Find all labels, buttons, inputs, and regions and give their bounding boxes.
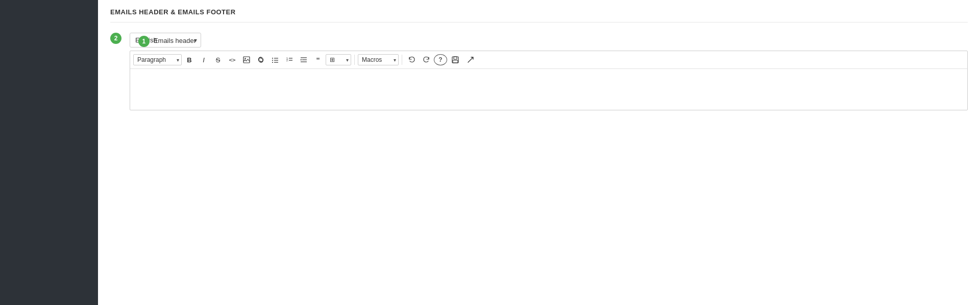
preview-button[interactable] xyxy=(463,53,478,66)
macros-select[interactable]: Macros xyxy=(358,54,399,65)
svg-rect-16 xyxy=(454,57,457,59)
emails-header-section: 2 English French Spanish German Paragrap… xyxy=(110,33,968,110)
paragraph-select-wrapper[interactable]: Paragraph Heading 1 Heading 2 xyxy=(133,54,182,65)
svg-rect-15 xyxy=(452,57,458,63)
svg-point-1 xyxy=(244,58,246,59)
ordered-list-button[interactable]: 1. 2. xyxy=(283,53,296,66)
header-toolbar: Paragraph Heading 1 Heading 2 B I S <> xyxy=(130,51,967,69)
svg-point-6 xyxy=(272,62,273,63)
table-select[interactable]: ⊞ xyxy=(326,54,351,65)
header-editor-container: Paragraph Heading 1 Heading 2 B I S <> xyxy=(130,51,968,110)
header-editor-body[interactable] xyxy=(130,69,967,110)
sidebar xyxy=(0,0,98,305)
header-editor-area: English French Spanish German Paragraph … xyxy=(130,33,968,110)
table-select-wrapper[interactable]: ⊞ xyxy=(326,54,351,65)
help-button[interactable]: ? xyxy=(434,54,447,65)
svg-point-4 xyxy=(272,60,273,61)
code-button[interactable]: <> xyxy=(226,53,239,66)
italic-button[interactable]: I xyxy=(197,53,210,66)
paragraph-select[interactable]: Paragraph Heading 1 Heading 2 xyxy=(133,54,182,65)
toolbar-divider-2 xyxy=(402,55,402,65)
undo-button[interactable] xyxy=(405,53,419,66)
strikethrough-button[interactable]: S xyxy=(211,53,225,66)
indent-button[interactable] xyxy=(297,53,310,66)
main-content: EMAILS HEADER & EMAILS FOOTER 2 English … xyxy=(98,0,980,305)
toolbar-divider-1 xyxy=(354,55,355,65)
macros-select-wrapper[interactable]: Macros xyxy=(358,54,399,65)
step-badge-2: 2 xyxy=(110,33,121,44)
redo-button[interactable] xyxy=(420,53,433,66)
svg-rect-17 xyxy=(453,60,458,63)
save-draft-button[interactable] xyxy=(448,53,462,66)
svg-text:2.: 2. xyxy=(286,59,288,62)
link-button[interactable] xyxy=(254,53,267,66)
bold-button[interactable]: B xyxy=(183,53,196,66)
header-language-select[interactable]: English French Spanish German xyxy=(130,33,201,48)
blockquote-button[interactable]: " xyxy=(311,53,325,66)
unordered-list-button[interactable] xyxy=(268,53,282,66)
page-title: EMAILS HEADER & EMAILS FOOTER xyxy=(110,8,968,22)
image-button[interactable] xyxy=(240,53,253,66)
svg-rect-0 xyxy=(243,57,250,63)
svg-point-2 xyxy=(272,58,273,59)
